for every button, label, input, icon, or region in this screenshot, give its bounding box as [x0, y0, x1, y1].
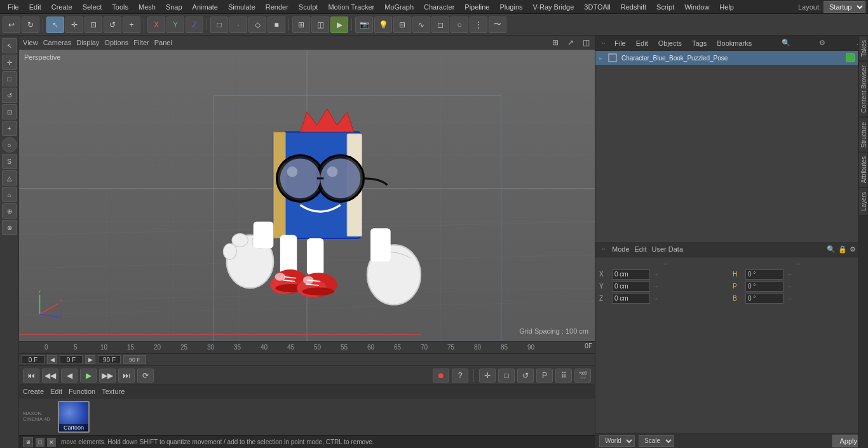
left-tool-select[interactable]: ↖ [2, 38, 17, 53]
menu-sculpt[interactable]: Sculpt [294, 2, 323, 12]
playback-rotate-btn[interactable]: ↺ [517, 369, 534, 383]
menu-window[interactable]: Window [679, 2, 714, 12]
status-close-icon[interactable]: ✕ [47, 438, 56, 447]
spline-button[interactable]: ∿ [412, 17, 430, 33]
menu-create[interactable]: Create [46, 2, 78, 12]
menu-character[interactable]: Character [419, 2, 459, 12]
coord-h-field[interactable] [745, 269, 783, 280]
object-mode-button[interactable]: □ [210, 17, 228, 33]
side-tab-structure[interactable]: Structure [858, 118, 868, 153]
coord-p-field[interactable] [745, 282, 783, 292]
timeline-current-field[interactable] [60, 355, 83, 364]
object-visibility-icon[interactable] [846, 53, 855, 62]
z-axis-button[interactable]: Z [186, 17, 203, 33]
viewport-layout-icon[interactable]: ◫ [581, 37, 591, 48]
go-to-end-button[interactable]: ⏭ [118, 369, 135, 383]
material-create[interactable]: Create [23, 388, 44, 395]
menu-mesh[interactable]: Mesh [133, 2, 161, 12]
timeline-prev-key[interactable]: ◀ [47, 355, 57, 364]
poly-mode-button[interactable]: ■ [268, 17, 285, 33]
viewport-expand-icon[interactable]: ↗ [566, 37, 576, 48]
deform-button[interactable]: 〜 [489, 17, 506, 33]
objects-bookmarks-menu[interactable]: Bookmarks [714, 39, 754, 47]
left-tool-rotate[interactable]: ↺ [2, 88, 17, 103]
menu-plugins[interactable]: Plugins [494, 2, 527, 12]
objects-tags-menu[interactable]: Tags [689, 39, 709, 47]
objects-edit-menu[interactable]: Edit [634, 39, 651, 47]
menu-pipeline[interactable]: Pipeline [459, 2, 494, 12]
step-back-button[interactable]: ◀◀ [42, 369, 58, 383]
menu-file[interactable]: File [3, 2, 24, 12]
menu-motion-tracker[interactable]: Motion Tracker [323, 2, 379, 12]
loop-button[interactable]: ⟳ [137, 369, 154, 383]
go-to-start-button[interactable]: ⏮ [23, 369, 39, 383]
left-tool-triangle[interactable]: △ [2, 170, 17, 186]
left-tool-move[interactable]: ✛ [2, 55, 17, 70]
timeline-start-field[interactable] [22, 355, 44, 364]
left-tool-scale[interactable]: ⊡ [2, 104, 17, 119]
menu-render[interactable]: Render [261, 2, 294, 12]
viewport-filter-menu[interactable]: Filter [133, 39, 149, 46]
side-tab-layers[interactable]: Layers [858, 187, 868, 215]
points-mode-button[interactable]: · [229, 17, 247, 33]
autokey-button[interactable]: ? [452, 369, 468, 383]
menu-simulate[interactable]: Simulate [223, 2, 261, 12]
attributes-userdata-menu[interactable]: User Data [652, 245, 684, 253]
left-tool-add[interactable]: ⊕ [2, 203, 17, 219]
floor-button[interactable]: ⊟ [393, 17, 411, 33]
move-button[interactable]: ✛ [65, 17, 83, 33]
coord-x-field[interactable] [612, 269, 650, 280]
menu-3dtoall[interactable]: 3DTOAll [579, 2, 615, 12]
object-item-character[interactable]: ▸ Character_Blue_Book_Puzzled_Pose ⠿ [595, 51, 868, 65]
attributes-lock-icon[interactable]: 🔒 [838, 245, 847, 254]
coord-z-field[interactable] [612, 294, 650, 304]
menu-snap[interactable]: Snap [161, 2, 187, 12]
viewport-grid-icon[interactable]: ⊞ [550, 37, 560, 48]
record-button[interactable]: ⏺ [433, 369, 449, 383]
viewport-options-menu[interactable]: Options [104, 39, 128, 46]
attributes-settings-icon[interactable]: ⚙ [850, 245, 856, 254]
attributes-edit-menu[interactable]: Edit [635, 245, 647, 253]
menu-help[interactable]: Help [714, 2, 739, 12]
left-tool-house[interactable]: ⌂ [2, 187, 17, 202]
play-back-button[interactable]: ◀ [61, 369, 78, 383]
attributes-search-icon[interactable]: 🔍 [827, 245, 836, 254]
playback-film-btn[interactable]: 🎬 [574, 369, 591, 383]
left-tool-remove[interactable]: ⊗ [2, 220, 17, 235]
sphere-button[interactable]: ○ [451, 17, 468, 33]
side-tab-takes[interactable]: Takes [858, 36, 868, 61]
menu-mograph[interactable]: MoGraph [379, 2, 419, 12]
scale-select[interactable]: Scale [639, 435, 674, 447]
render-region-button[interactable]: ⊞ [292, 17, 310, 33]
timeline-next-key[interactable]: ▶ [85, 355, 95, 364]
timeline-end-field[interactable] [98, 355, 121, 364]
material-texture[interactable]: Texture [102, 388, 125, 395]
array-button[interactable]: ⋮ [470, 17, 487, 33]
menu-edit[interactable]: Edit [24, 2, 46, 12]
playback-dots-btn[interactable]: ⠿ [555, 369, 572, 383]
rotate-button[interactable]: ↺ [104, 17, 121, 33]
objects-search-icon[interactable]: 🔍 [781, 38, 791, 48]
scale-button[interactable]: ⊡ [85, 17, 102, 33]
objects-objects-menu[interactable]: Objects [656, 39, 684, 47]
viewport-panel-menu[interactable]: Panel [154, 39, 172, 46]
viewport-display-menu[interactable]: Display [76, 39, 99, 46]
playback-move-btn[interactable]: ✛ [479, 369, 496, 383]
camera-button[interactable]: 📷 [355, 17, 373, 33]
status-monitor-icon[interactable]: 🖥 [23, 437, 33, 447]
x-axis-button[interactable]: X [147, 17, 165, 33]
playback-key-btn[interactable]: P [536, 369, 553, 383]
menu-animate[interactable]: Animate [187, 2, 223, 12]
viewport-view-menu[interactable]: View [23, 39, 38, 46]
timeline-end-field2[interactable]: 90 F [123, 355, 146, 364]
light-button[interactable]: 💡 [374, 17, 392, 33]
viewport[interactable]: View Cameras Display Options Filter Pane… [19, 36, 595, 341]
undo-button[interactable]: ↩ [3, 17, 20, 33]
menu-script[interactable]: Script [651, 2, 679, 12]
menu-vray[interactable]: V-Ray Bridge [528, 2, 580, 12]
step-forward-button[interactable]: ▶▶ [99, 369, 116, 383]
left-tool-circle[interactable]: ○ [2, 137, 17, 153]
left-tool-s[interactable]: S [2, 154, 17, 169]
coord-b-field[interactable] [745, 294, 783, 304]
material-cartoon-swatch[interactable]: Cartoon [58, 401, 90, 433]
